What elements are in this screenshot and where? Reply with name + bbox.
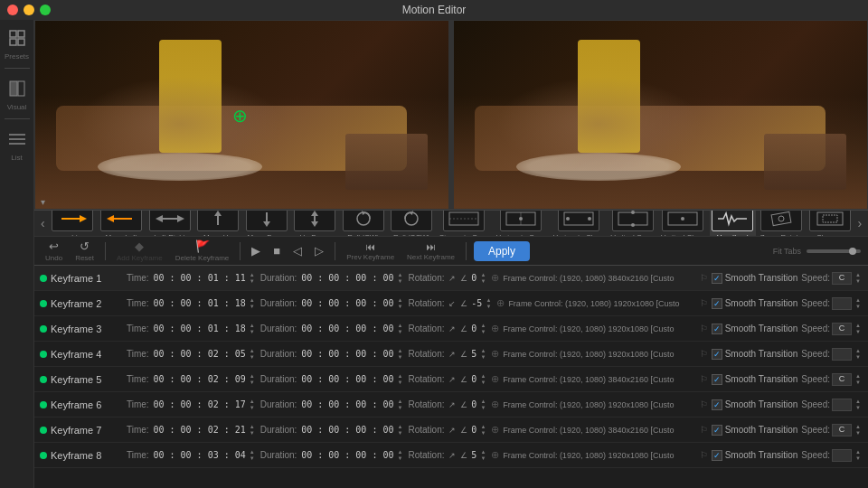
play-button[interactable]: ▶ [248,242,264,259]
rotation-step-up[interactable]: ▲ [478,272,487,278]
speed-step-up[interactable]: ▲ [854,297,863,304]
duration-step-down[interactable]: ▼ [396,278,405,285]
rotation-step-up[interactable]: ▲ [478,373,487,380]
speed-step-down[interactable]: ▼ [854,430,863,436]
duration-step-up[interactable]: ▲ [396,297,405,304]
time-step-up[interactable]: ▲ [248,449,257,455]
sidebar-item-presets[interactable] [5,25,30,51]
speed-stepper[interactable]: ▲ ▼ [854,373,863,386]
keyframe-menu-icon[interactable]: ⚐ [700,298,708,308]
volume-slider[interactable] [807,249,861,253]
time-stepper[interactable]: ▲ ▼ [248,297,257,310]
keyframe-row[interactable]: Keyframe 2 Time: 00 : 00 : 01 : 18 ▲ ▼ D… [34,291,868,316]
maximize-button[interactable] [40,5,51,15]
speed-value[interactable] [832,399,852,411]
speed-value[interactable]: C [832,373,852,386]
time-step-up[interactable]: ▲ [248,373,257,380]
smooth-checkbox[interactable]: ✓ [712,349,722,360]
next-keyframe-button[interactable]: ⏭ Next Keyframe [403,239,458,263]
duration-stepper[interactable]: ▲ ▼ [396,323,405,335]
time-stepper[interactable]: ▲ ▼ [248,424,257,436]
duration-step-up[interactable]: ▲ [396,424,405,430]
rotation-step-down[interactable]: ▼ [478,278,487,285]
speed-step-up[interactable]: ▲ [854,323,863,329]
keyframe-row[interactable]: Keyframe 1 Time: 00 : 00 : 01 : 11 ▲ ▼ D… [34,266,868,291]
time-stepper[interactable]: ▲ ▼ [248,449,257,462]
sidebar-item-visual[interactable] [5,76,30,101]
preset-item-vert-close[interactable]: Vertical Close [658,211,707,236]
speed-step-up[interactable]: ▲ [854,272,863,278]
preset-item-roll-ccw[interactable]: Roll (CCW) [388,211,435,236]
rotation-stepper[interactable]: ▲ ▼ [478,449,487,462]
speed-value[interactable] [832,449,852,462]
duration-step-up[interactable]: ▲ [396,449,405,455]
duration-step-down[interactable]: ▼ [396,405,405,411]
rotation-step-down[interactable]: ▼ [484,304,493,310]
preset-item-up-down[interactable]: Up-Down [291,211,338,236]
duration-stepper[interactable]: ▲ ▼ [396,449,405,462]
add-point-button[interactable]: ⊕ [491,348,499,360]
speed-value[interactable]: C [832,424,852,436]
time-step-down[interactable]: ▼ [248,354,257,361]
time-step-up[interactable]: ▲ [248,348,257,354]
time-step-down[interactable]: ▼ [248,380,257,386]
presets-nav-left[interactable]: ‹ [38,216,48,230]
preset-item-heartbeat[interactable]: Heartbeat [710,211,757,236]
smooth-checkbox[interactable]: ✓ [712,425,722,436]
stop-button[interactable]: ■ [269,242,284,259]
add-point-button[interactable]: ⊕ [491,373,499,385]
time-step-up[interactable]: ▲ [248,323,257,329]
keyframe-row[interactable]: Keyframe 8 Time: 00 : 00 : 03 : 04 ▲ ▼ D… [34,443,868,468]
duration-stepper[interactable]: ▲ ▼ [396,373,405,386]
speed-step-down[interactable]: ▼ [854,304,863,310]
duration-step-up[interactable]: ▲ [396,272,405,278]
duration-step-down[interactable]: ▼ [396,354,405,361]
speed-step-down[interactable]: ▼ [854,278,863,285]
duration-step-up[interactable]: ▲ [396,399,405,405]
time-stepper[interactable]: ▲ ▼ [248,399,257,411]
duration-stepper[interactable]: ▲ ▼ [396,297,405,310]
smooth-checkbox[interactable]: ✓ [712,450,722,461]
speed-value[interactable] [832,348,852,361]
duration-stepper[interactable]: ▲ ▼ [396,272,405,285]
rotation-step-up[interactable]: ▲ [484,297,493,304]
speed-step-up[interactable]: ▲ [854,348,863,354]
dropdown-arrow-left[interactable]: ▾ [41,197,45,207]
speed-stepper[interactable]: ▲ ▼ [854,399,863,411]
time-stepper[interactable]: ▲ ▼ [248,272,257,285]
speed-step-down[interactable]: ▼ [854,405,863,411]
time-stepper[interactable]: ▲ ▼ [248,373,257,386]
keyframe-row[interactable]: Keyframe 5 Time: 00 : 00 : 02 : 09 ▲ ▼ D… [34,367,868,392]
speed-value[interactable]: C [832,272,852,285]
speed-step-up[interactable]: ▲ [854,373,863,380]
keyframe-menu-icon[interactable]: ⚐ [700,425,708,435]
speed-stepper[interactable]: ▲ ▼ [854,272,863,285]
preset-item-zoom-rotate[interactable]: Zoom Rotate [758,211,805,236]
keyframe-menu-icon[interactable]: ⚐ [700,349,708,359]
preset-item-move-down[interactable]: Move Down [243,211,290,236]
duration-step-down[interactable]: ▼ [396,455,405,462]
undo-button[interactable]: ↩ Undo [42,238,66,264]
speed-step-down[interactable]: ▼ [854,354,863,361]
duration-step-down[interactable]: ▼ [396,430,405,436]
speed-step-down[interactable]: ▼ [854,455,863,462]
speed-value[interactable] [832,297,852,310]
speed-step-up[interactable]: ▲ [854,424,863,430]
rotation-step-down[interactable]: ▼ [478,430,487,436]
duration-step-up[interactable]: ▲ [396,323,405,329]
speed-stepper[interactable]: ▲ ▼ [854,424,863,436]
keyframe-row[interactable]: Keyframe 7 Time: 00 : 00 : 02 : 21 ▲ ▼ D… [34,418,868,443]
rotation-stepper[interactable]: ▲ ▼ [478,424,487,436]
duration-step-up[interactable]: ▲ [396,348,405,354]
rotation-stepper[interactable]: ▲ ▼ [478,373,487,386]
preset-item-horiz-open[interactable]: Horizont...Open [494,211,549,236]
rotation-step-up[interactable]: ▲ [478,449,487,455]
prev-keyframe-button[interactable]: ⏮ Prev Keyframe [343,239,398,263]
duration-step-up[interactable]: ▲ [396,373,405,380]
keyframe-menu-icon[interactable]: ⚐ [700,273,708,283]
rotation-stepper[interactable]: ▲ ▼ [484,297,493,310]
sidebar-item-list[interactable] [5,127,30,152]
time-step-up[interactable]: ▲ [248,424,257,430]
preset-item-closeup[interactable]: Closeup [807,211,854,236]
preset-item-horiz-close[interactable]: Horizont...Close [551,211,607,236]
